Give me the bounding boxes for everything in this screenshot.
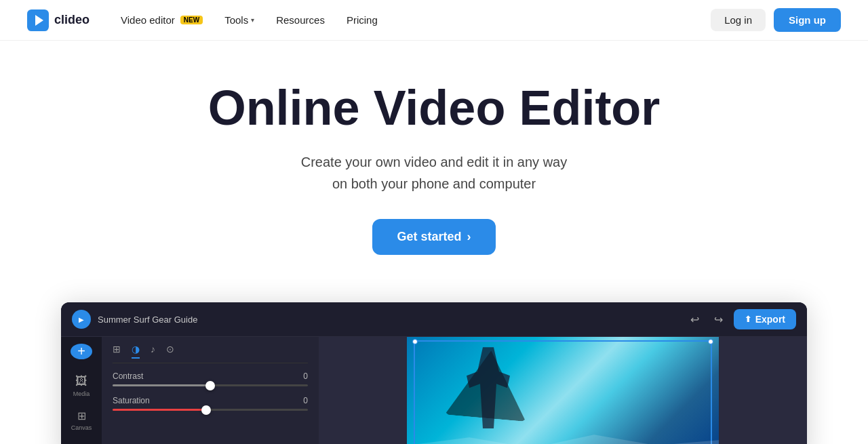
editor-canvas-area xyxy=(319,337,807,444)
logo[interactable]: clideo xyxy=(27,9,90,31)
contrast-control: Contrast 0 xyxy=(113,371,308,386)
get-started-arrow-icon: › xyxy=(467,230,471,244)
canvas-selection-box xyxy=(414,340,712,444)
nav-links: Video editor NEW Tools ▾ Resources Prici… xyxy=(111,9,711,31)
saturation-value: 0 xyxy=(303,396,308,405)
new-badge: NEW xyxy=(180,16,203,24)
editor-play-button[interactable]: ▶ xyxy=(72,310,91,329)
contrast-value: 0 xyxy=(303,371,308,381)
saturation-slider[interactable] xyxy=(113,409,308,411)
tools-chevron-icon: ▾ xyxy=(251,16,254,24)
redo-button[interactable]: ↪ xyxy=(710,310,727,329)
editor-controls-panel: ⊞ ◑ ♪ ⊙ Contrast 0 xyxy=(102,337,319,444)
nav-item-video-editor[interactable]: Video editor NEW xyxy=(111,9,212,31)
saturation-thumb[interactable] xyxy=(201,405,211,415)
saturation-label: Saturation xyxy=(113,396,150,405)
video-canvas xyxy=(407,337,719,444)
export-button[interactable]: ⬆ Export xyxy=(734,309,796,329)
hero-section: Online Video Editor Create your own vide… xyxy=(0,41,868,282)
editor-preview-wrapper: ▶ Summer Surf Gear Guide ↩ ↪ ⬆ Export + … xyxy=(0,282,868,444)
media-icon: 🖼 xyxy=(75,374,87,388)
editor-topbar-right: ↩ ↪ ⬆ Export xyxy=(686,309,796,329)
nav-item-tools[interactable]: Tools ▾ xyxy=(215,9,264,31)
handle-tr[interactable] xyxy=(708,339,713,344)
editor-sidebar: + 🖼 Media ⊞ Canvas T xyxy=(61,337,102,444)
hero-subtitle: Create your own video and edit it in any… xyxy=(27,151,841,195)
tab-audio[interactable]: ♪ xyxy=(151,344,155,359)
contrast-fill xyxy=(113,384,210,386)
sidebar-tool-canvas[interactable]: ⊞ Canvas xyxy=(61,405,102,435)
signup-button[interactable]: Sign up xyxy=(774,8,841,32)
get-started-label: Get started xyxy=(397,230,461,244)
media-label: Media xyxy=(73,390,90,397)
play-icon: ▶ xyxy=(79,316,84,323)
tab-effects[interactable]: ⊙ xyxy=(166,344,174,359)
handle-tl[interactable] xyxy=(412,339,418,344)
get-started-button[interactable]: Get started › xyxy=(372,219,495,255)
sidebar-tool-media[interactable]: 🖼 Media xyxy=(61,370,102,401)
saturation-control: Saturation 0 xyxy=(113,396,308,411)
add-media-button[interactable]: + xyxy=(71,344,92,359)
canvas-label: Canvas xyxy=(71,424,92,431)
logo-icon xyxy=(27,9,49,31)
tab-grid[interactable]: ⊞ xyxy=(113,344,121,359)
export-label: Export xyxy=(755,314,785,325)
hero-subtitle-line1: Create your own video and edit it in any… xyxy=(301,155,567,169)
contrast-label-row: Contrast 0 xyxy=(113,371,308,381)
editor-body: + 🖼 Media ⊞ Canvas T ⊞ ◑ ♪ xyxy=(61,337,807,444)
nav-actions: Log in Sign up xyxy=(711,8,841,32)
nav-item-pricing[interactable]: Pricing xyxy=(337,9,387,31)
hero-subtitle-line2: on both your phone and computer xyxy=(332,176,536,191)
editor-topbar: ▶ Summer Surf Gear Guide ↩ ↪ ⬆ Export xyxy=(61,302,807,337)
controls-tabs: ⊞ ◑ ♪ ⊙ xyxy=(113,344,308,363)
saturation-label-row: Saturation 0 xyxy=(113,396,308,405)
editor-preview: ▶ Summer Surf Gear Guide ↩ ↪ ⬆ Export + … xyxy=(61,302,807,444)
sidebar-tool-text[interactable]: T xyxy=(61,439,102,444)
contrast-label: Contrast xyxy=(113,371,143,381)
canvas-icon: ⊞ xyxy=(77,409,86,422)
tab-contrast[interactable]: ◑ xyxy=(132,344,140,359)
export-icon: ⬆ xyxy=(745,315,751,324)
saturation-fill xyxy=(113,409,206,411)
login-button[interactable]: Log in xyxy=(711,9,766,31)
editor-project-title: Summer Surf Gear Guide xyxy=(98,315,197,325)
hero-title: Online Video Editor xyxy=(27,81,841,135)
navbar: clideo Video editor NEW Tools ▾ Resource… xyxy=(0,0,868,41)
editor-topbar-left: ▶ Summer Surf Gear Guide xyxy=(72,310,197,329)
contrast-slider[interactable] xyxy=(113,384,308,386)
logo-text: clideo xyxy=(54,13,90,27)
contrast-thumb[interactable] xyxy=(205,381,215,390)
undo-button[interactable]: ↩ xyxy=(686,310,703,329)
surfer-silhouette xyxy=(461,347,515,428)
nav-item-resources[interactable]: Resources xyxy=(267,9,334,31)
